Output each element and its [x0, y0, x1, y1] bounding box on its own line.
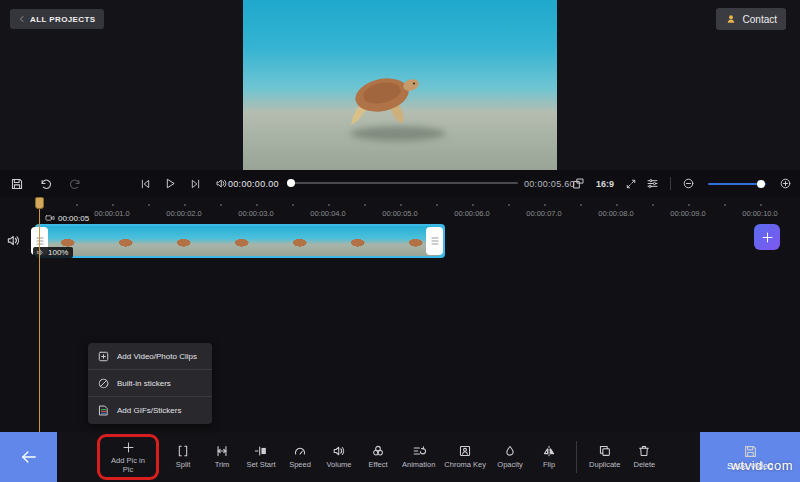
- delete-icon: [637, 444, 651, 458]
- ruler-tick-dot: [616, 204, 618, 206]
- track-mute-icon[interactable]: [6, 233, 21, 248]
- add-media-context-menu: Add Video/Photo Clips Built-in stickers …: [88, 343, 212, 424]
- toolbar-button-label: Trim: [215, 461, 230, 470]
- fullscreen-icon[interactable]: [625, 178, 637, 190]
- opacity-icon: [503, 444, 517, 458]
- speed-icon: [293, 444, 307, 458]
- seek-handle[interactable]: [287, 179, 295, 187]
- video-preview[interactable]: [243, 0, 557, 170]
- toolbar-volume-button[interactable]: Volume: [324, 444, 354, 470]
- save-video-button[interactable]: Save Video: [700, 432, 800, 482]
- playhead-line[interactable]: [39, 197, 40, 432]
- ruler-tick-dot: [364, 204, 366, 206]
- duplicate-icon: [598, 444, 612, 458]
- ruler-tick-dot: [148, 204, 150, 206]
- ruler-tick-dot: [400, 204, 402, 206]
- ruler-tick-dot: [436, 204, 438, 206]
- skip-start-icon[interactable]: [139, 178, 151, 190]
- ruler-tick-label: 00:00:06.0: [454, 209, 489, 218]
- toolbar-speed-button[interactable]: Speed: [285, 444, 315, 470]
- watermark: wtvid.com: [731, 458, 793, 473]
- clip-thumbnail: [99, 226, 157, 256]
- toolbar-chroma-key-button[interactable]: Chroma Key: [444, 444, 486, 470]
- volume-icon: [332, 444, 346, 458]
- video-clip[interactable]: [35, 224, 445, 258]
- menu-item-label: Add Video/Photo Clips: [117, 352, 197, 361]
- skip-end-icon[interactable]: [190, 178, 202, 190]
- toolbar-flip-button[interactable]: Flip: [534, 444, 564, 470]
- ruler-tick-dot: [112, 204, 114, 206]
- trim-icon: [215, 444, 229, 458]
- flip-icon: [542, 444, 556, 458]
- clip-thumbnail: [215, 226, 273, 256]
- ruler-tick-dot: [328, 204, 330, 206]
- toolbar-button-label: Split: [176, 461, 191, 470]
- ruler-tick-label: 00:00:09.0: [670, 209, 705, 218]
- aspect-ratio-value[interactable]: 16:9: [596, 179, 614, 189]
- play-icon[interactable]: [164, 177, 177, 190]
- clip-trim-handle-right[interactable]: [426, 227, 443, 255]
- ruler-tick-label: 00:00:01.0: [94, 209, 129, 218]
- ruler-tick-dot: [508, 204, 510, 206]
- save-video-icon: [743, 444, 758, 459]
- toolbar-delete-button[interactable]: Delete: [629, 444, 659, 470]
- controls-divider: [670, 177, 671, 190]
- video-badge-icon: [45, 213, 55, 223]
- split-icon: [176, 444, 190, 458]
- seek-bar[interactable]: [288, 182, 518, 184]
- support-icon: [725, 13, 737, 25]
- contact-button[interactable]: Contact: [716, 8, 786, 30]
- ruler-tick-dot: [76, 204, 78, 206]
- menu-item-add-gifs-stickers[interactable]: Add GIFs/Stickers: [88, 397, 212, 424]
- back-button[interactable]: [0, 432, 57, 482]
- ruler-tick-label: 00:00:02.0: [166, 209, 201, 218]
- undo-icon[interactable]: [39, 177, 53, 191]
- ruler-tick-label: 00:00:03.0: [238, 209, 273, 218]
- toolbar-effect-button[interactable]: Effect: [363, 444, 393, 470]
- ruler-tick-dot: [184, 204, 186, 206]
- ruler-tick-label: 00:00:07.0: [526, 209, 561, 218]
- toolbar-button-label: Chroma Key: [444, 461, 486, 470]
- clip-thumbnail: [273, 226, 331, 256]
- toolbar-trim-button[interactable]: Trim: [207, 444, 237, 470]
- timeline-zoom-handle[interactable]: [757, 180, 765, 188]
- ruler-tick-dot: [580, 204, 582, 206]
- toolbar-animation-button[interactable]: Animation: [402, 444, 435, 470]
- aspect-ratio-icon[interactable]: [572, 177, 585, 190]
- timeline[interactable]: 00:00:01.000:00:02.000:00:03.000:00:04.0…: [0, 197, 800, 432]
- clip-thumbnails: [41, 226, 439, 256]
- timeline-zoom-slider[interactable]: [708, 183, 766, 185]
- toolbar-button-label: Delete: [633, 461, 655, 470]
- total-time: 00:00:05.60: [524, 179, 575, 189]
- redo-icon[interactable]: [68, 177, 82, 191]
- menu-item-built-in-stickers[interactable]: Built-in stickers: [88, 370, 212, 397]
- add-media-button[interactable]: [754, 224, 780, 250]
- toolbar-duplicate-button[interactable]: Duplicate: [589, 444, 620, 470]
- toolbar-set-start-button[interactable]: Set Start: [246, 444, 276, 470]
- ruler-tick-dot: [688, 204, 690, 206]
- current-time: 00:00:00.00: [228, 179, 279, 189]
- menu-item-add-video-photo-clips[interactable]: Add Video/Photo Clips: [88, 343, 212, 370]
- ruler-tick-dot: [724, 204, 726, 206]
- bottom-toolbar: Add Pic in Pic Split Trim Set Start Spee…: [0, 432, 800, 482]
- volume-badge-icon: [36, 248, 45, 257]
- adjust-icon[interactable]: [646, 177, 659, 190]
- clip-thumbnail: [331, 226, 389, 256]
- playback-controls-bar: 00:00:00.00 00:00:05.60 16:9: [0, 170, 800, 197]
- all-projects-button[interactable]: ALL PROJECTS: [10, 9, 104, 29]
- toolbar-opacity-button[interactable]: Opacity: [495, 444, 525, 470]
- toolbar-button-label: Opacity: [497, 461, 522, 470]
- toolbar-button-label: Animation: [402, 461, 435, 470]
- preview-volume-icon[interactable]: [215, 177, 228, 190]
- toolbar-add-pic-in-pic-button[interactable]: Add Pic in Pic: [97, 434, 159, 480]
- ruler-tick-dot: [220, 204, 222, 206]
- toolbar-split-button[interactable]: Split: [168, 444, 198, 470]
- toolbar-button-label: Add Pic in Pic: [105, 457, 151, 474]
- save-project-icon[interactable]: [10, 177, 24, 191]
- zoom-out-icon[interactable]: [682, 177, 695, 190]
- effect-icon: [371, 444, 385, 458]
- zoom-in-icon[interactable]: [779, 177, 792, 190]
- ruler-tick-label: 00:00:04.0: [310, 209, 345, 218]
- toolbar-button-label: Duplicate: [589, 461, 620, 470]
- playhead-handle[interactable]: [35, 197, 44, 209]
